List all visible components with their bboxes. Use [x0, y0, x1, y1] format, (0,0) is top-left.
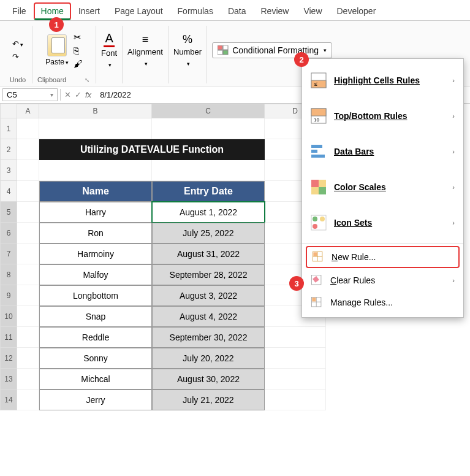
accept-formula-icon[interactable]: ✓	[75, 90, 81, 99]
cancel-formula-icon[interactable]: ✕	[64, 90, 71, 99]
row-header[interactable]: 12	[0, 348, 17, 369]
svg-rect-1	[223, 45, 228, 50]
table-cell[interactable]: July 20, 2022	[152, 348, 265, 369]
table-cell[interactable]: August 1, 2022	[152, 202, 265, 223]
clear-rules-icon	[311, 274, 323, 286]
cf-highlight-cells[interactable]: ≤ Highlight Cells Rules ›	[302, 63, 463, 98]
tab-review[interactable]: Review	[254, 2, 297, 20]
table-cell[interactable]: Ron	[39, 223, 152, 244]
table-cell[interactable]: Jerry	[39, 390, 152, 410]
highlight-cells-icon: ≤	[311, 72, 327, 88]
data-bars-icon	[311, 144, 327, 159]
font-color-icon[interactable]: A	[104, 31, 114, 47]
conditional-formatting-button[interactable]: Conditional Formatting▾	[212, 42, 332, 58]
col-header[interactable]: C	[152, 104, 265, 118]
table-cell[interactable]: Longbottom	[39, 285, 152, 306]
table-cell[interactable]: August 31, 2022	[152, 244, 265, 264]
table-cell[interactable]: August 4, 2022	[152, 306, 265, 327]
table-cell[interactable]: Michcal	[39, 369, 152, 390]
table-cell[interactable]: July 21, 2022	[152, 390, 265, 410]
row-header[interactable]: 6	[0, 223, 17, 244]
fx-icon[interactable]: fx	[85, 90, 91, 99]
tab-data[interactable]: Data	[221, 2, 254, 20]
cf-icon-sets[interactable]: Icon Sets ›	[302, 205, 463, 240]
row-header[interactable]: 8	[0, 264, 17, 285]
svg-rect-24	[313, 252, 317, 256]
align-icon[interactable]: ≡	[127, 33, 163, 46]
tab-developer[interactable]: Developer	[330, 2, 384, 20]
cf-manage-rules[interactable]: Manage Rules...	[302, 291, 463, 313]
undo-button[interactable]: ↶▾	[9, 38, 27, 50]
svg-point-19	[313, 224, 317, 229]
row-header[interactable]: 11	[0, 327, 17, 348]
svg-point-17	[313, 217, 317, 221]
tab-page-layout[interactable]: Page Layout	[107, 2, 170, 20]
font-dropdown[interactable]: Font▾	[101, 48, 117, 69]
callout-2: 2	[294, 52, 309, 67]
tab-insert[interactable]: Insert	[71, 2, 107, 20]
table-cell[interactable]: Sonny	[39, 348, 152, 369]
table-cell[interactable]: Malfoy	[39, 264, 152, 285]
menu-separator	[302, 243, 463, 244]
cf-clear-rules[interactable]: Clear Rules ›	[302, 269, 463, 291]
table-cell[interactable]: Harmoiny	[39, 244, 152, 264]
cf-data-bars[interactable]: Data Bars ›	[302, 134, 463, 169]
table-cell[interactable]: July 25, 2022	[152, 223, 265, 244]
redo-button[interactable]: ↷	[9, 51, 27, 63]
svg-rect-3	[223, 50, 228, 55]
row-header[interactable]: 7	[0, 244, 17, 264]
chevron-right-icon: ›	[452, 112, 455, 120]
svg-text:≤: ≤	[314, 81, 317, 87]
color-scales-icon	[311, 179, 327, 195]
number-dropdown[interactable]: Number▾	[173, 47, 202, 67]
row-header[interactable]: 13	[0, 369, 17, 390]
table-cell[interactable]: September 28, 2022	[152, 264, 265, 285]
undo-group-label: Undo	[10, 76, 26, 83]
chevron-right-icon: ›	[452, 183, 455, 191]
callout-1: 1	[49, 17, 64, 32]
chevron-right-icon: ›	[452, 148, 455, 155]
row-header[interactable]: 4	[0, 181, 17, 202]
svg-rect-12	[311, 155, 325, 158]
paste-button[interactable]	[47, 34, 67, 56]
select-all-corner[interactable]	[0, 104, 17, 118]
table-cell[interactable]: Snap	[39, 306, 152, 327]
svg-point-18	[320, 217, 325, 221]
row-header[interactable]: 3	[0, 160, 17, 181]
cf-top-bottom[interactable]: 10 Top/Bottom Rules ›	[302, 98, 463, 134]
svg-rect-14	[319, 180, 326, 187]
tab-file[interactable]: File	[5, 2, 34, 20]
col-header[interactable]: B	[39, 104, 152, 118]
svg-rect-15	[311, 187, 319, 194]
cf-new-rule[interactable]: New Rule...	[306, 246, 460, 268]
cut-icon[interactable]: ✂	[74, 32, 83, 43]
row-header[interactable]: 9	[0, 285, 17, 306]
clipboard-launcher-icon[interactable]: ⤡	[85, 77, 89, 83]
alignment-dropdown[interactable]: Alignment▾	[127, 47, 163, 67]
cf-color-scales[interactable]: Color Scales ›	[302, 169, 463, 205]
row-header[interactable]: 14	[0, 390, 17, 410]
svg-rect-10	[311, 145, 322, 148]
row-header[interactable]: 10	[0, 306, 17, 327]
tab-view[interactable]: View	[296, 2, 329, 20]
table-cell[interactable]: Reddle	[39, 327, 152, 348]
row-header[interactable]: 2	[0, 139, 17, 160]
table-cell[interactable]: Harry	[39, 202, 152, 223]
table-header-name: Name	[39, 181, 152, 202]
copy-icon[interactable]: ⎘	[74, 45, 83, 56]
percent-icon[interactable]: %	[173, 33, 202, 46]
table-cell[interactable]: September 30, 2022	[152, 327, 265, 348]
table-cell[interactable]: August 3, 2022	[152, 285, 265, 306]
col-header[interactable]: A	[17, 104, 39, 118]
clipboard-group-label: Clipboard	[37, 76, 66, 83]
svg-rect-16	[319, 187, 326, 194]
name-box[interactable]: C5▾	[2, 88, 58, 101]
tab-bar: File Home Insert Page Layout Formulas Da…	[0, 0, 470, 21]
format-painter-icon[interactable]: 🖌	[74, 58, 83, 69]
chevron-right-icon: ›	[452, 219, 455, 226]
table-cell[interactable]: August 30, 2022	[152, 369, 265, 390]
row-header[interactable]: 1	[0, 118, 17, 139]
formula-input[interactable]: 8/1/2022	[95, 89, 136, 101]
tab-formulas[interactable]: Formulas	[170, 2, 221, 20]
row-header[interactable]: 5	[0, 202, 17, 223]
